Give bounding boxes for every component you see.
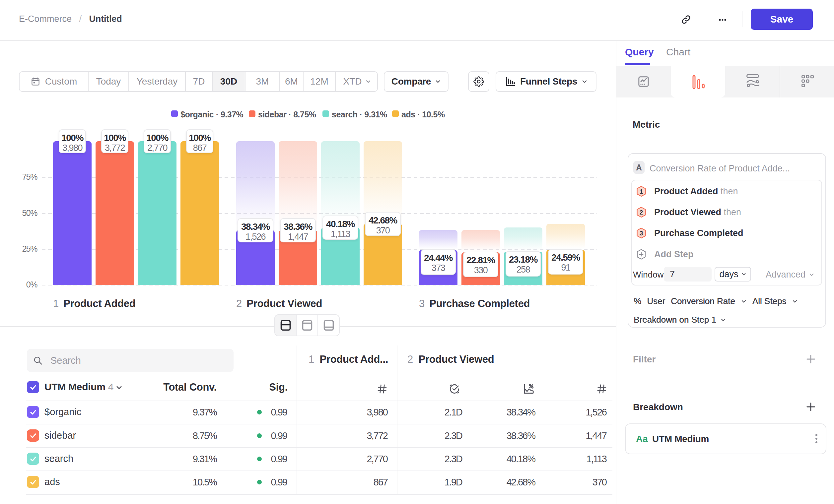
svg-text:2: 2 — [640, 209, 643, 216]
svg-text:3: 3 — [640, 230, 643, 237]
svg-text:1: 1 — [640, 188, 643, 195]
